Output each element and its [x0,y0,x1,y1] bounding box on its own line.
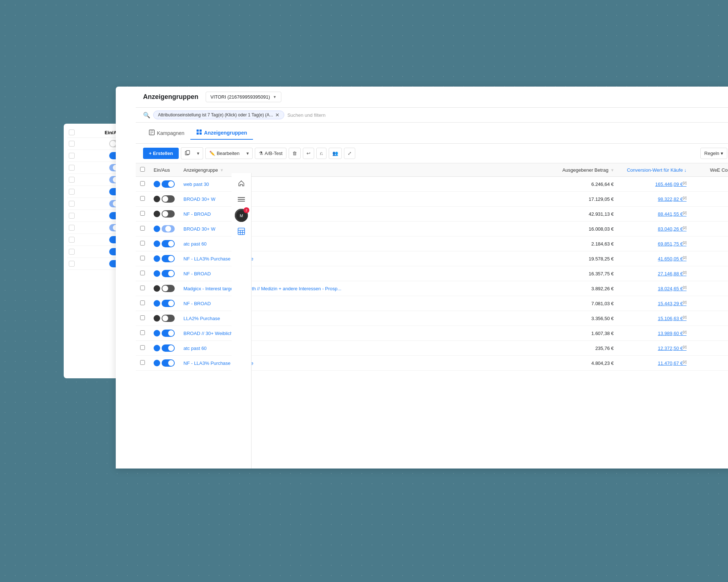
row-checkbox[interactable] [140,211,145,216]
menu-icon[interactable] [235,193,248,206]
ad-group-name-link[interactable]: BROAD 30+ W [183,226,215,232]
row-checkbox[interactable] [140,196,145,201]
left-row-5 [67,186,124,198]
conversion-cell[interactable]: 165.446,09 €[2] [618,177,691,192]
toggle-11[interactable] [154,344,175,352]
status-indicator [154,285,160,292]
select-all-checkbox[interactable] [140,167,145,172]
create-button[interactable]: + Erstellen [143,148,179,159]
table-icon[interactable] [235,225,248,238]
undo-button[interactable]: ↩ [303,148,314,159]
row-checkbox[interactable] [69,213,75,219]
row-checkbox[interactable] [140,286,145,290]
ad-group-name-link[interactable]: LLA2% Purchase [183,316,220,321]
status-indicator [154,270,160,277]
conversion-cell[interactable]: 27.146,88 €[2] [618,266,691,281]
toggle-2[interactable] [154,210,175,218]
toggle-8[interactable] [154,300,175,307]
row-checkbox[interactable] [69,189,75,195]
row-checkbox[interactable] [69,249,75,255]
row-checkbox[interactable] [140,300,145,305]
toggle-4[interactable] [154,240,175,247]
edit-button[interactable]: ✏️ Bearbeiten [205,148,243,159]
ad-group-name-link[interactable]: NF - BROAD [183,271,211,276]
row-checkbox[interactable] [69,165,75,171]
row-checkbox[interactable] [140,360,145,365]
svg-rect-2 [238,201,245,202]
row-checkbox[interactable] [140,241,145,246]
header-conversion[interactable]: Conversion-Wert für Käufe ↓ [618,163,691,177]
tab-ad-groups[interactable]: Anzeigengruppen [190,126,253,140]
row-checkbox[interactable] [140,330,145,335]
ad-group-name-link[interactable]: NF - BROAD [183,301,211,306]
toggle-9[interactable] [154,315,175,322]
tab-campaigns[interactable]: Kampagnen [143,127,190,139]
ad-group-name-link[interactable]: atc past 60 [183,241,207,247]
toggle-6[interactable] [154,270,175,277]
conversion-cell[interactable]: 18.024,65 €[2] [618,281,691,296]
conversion-cell[interactable]: 69.851,75 €[2] [618,236,691,251]
conversion-cell[interactable]: 13.989,60 €[2] [618,326,691,341]
search-placeholder: Suchen und filtern [287,112,325,118]
conversion-cell[interactable]: 12.372,50 €[2] [618,341,691,356]
restore-button[interactable]: ⎌ [316,148,327,159]
search-filter-pill[interactable]: Attributionseinstellung ist 7 Tag(e) (Kl… [153,111,284,119]
toggle-0[interactable] [154,180,175,188]
copy-button[interactable] [181,147,194,159]
ad-group-name-link[interactable]: NF - BROAD [183,211,211,217]
left-row-3 [67,162,124,174]
row-checkbox[interactable] [69,225,75,231]
svg-rect-1 [238,199,245,200]
row-checkbox[interactable] [140,345,145,350]
edit-dropdown-button[interactable]: ▾ [243,148,253,159]
conversion-cell[interactable]: 88.441,55 €[2] [618,207,691,222]
web-con-cell [691,356,728,371]
page-title: Anzeigengruppen [143,93,198,101]
row-checkbox[interactable] [69,201,75,207]
copy-dropdown-button[interactable]: ▾ [194,147,203,159]
row-checkbox[interactable] [69,141,75,147]
web-con-cell [691,296,728,311]
toggle-1[interactable] [154,195,175,203]
conversion-cell[interactable]: 41.650,05 €[2] [618,251,691,266]
table-row: NF - BROAD42.931,13 €88.441,55 €[2] [136,207,728,222]
row-checkbox[interactable] [69,177,75,183]
conversion-cell[interactable]: 98.322,82 €[2] [618,192,691,207]
header-checkbox[interactable] [69,129,75,135]
ad-group-name-link[interactable]: atc past 60 [183,346,207,351]
row-checkbox[interactable] [69,153,75,159]
toggle-7[interactable] [154,285,175,292]
people-button[interactable]: 👥 [329,148,342,159]
close-filter-icon[interactable]: ✕ [275,112,280,117]
share-button[interactable]: ⤢ [344,148,355,159]
betrag-filter-icon[interactable]: ▾ [611,167,614,173]
filter-icon[interactable]: ▾ [221,167,223,173]
delete-button[interactable]: 🗑 [289,148,301,159]
account-selector[interactable]: VITORI (216769959395091) ▼ [206,92,281,102]
conversion-cell[interactable]: 11.470,67 €[2] [618,356,691,371]
conversion-cell[interactable]: 83.040,26 €[2] [618,222,691,236]
table-row: web past 306.246,64 €165.446,09 €[2] [136,177,728,192]
ad-group-name-link[interactable]: web past 30 [183,182,209,187]
ad-group-name-link[interactable]: BROAD 30+ W [183,196,215,202]
row-checkbox[interactable] [69,261,75,267]
rules-button[interactable]: Regeln ▾ [700,148,727,159]
conversion-cell[interactable]: 15.106,63 €[2] [618,311,691,326]
ad-group-name-link[interactable]: Madgicx - Interest targeting Health // M… [183,286,341,291]
row-checkbox[interactable] [140,226,145,231]
toggle-10[interactable] [154,330,175,337]
row-checkbox[interactable] [140,181,145,186]
row-checkbox[interactable] [69,237,75,243]
row-checkbox[interactable] [140,315,145,320]
row-checkbox[interactable] [140,271,145,275]
toggle-5[interactable] [154,255,175,262]
conversion-cell[interactable]: 15.443,29 €[2] [618,296,691,311]
row-checkbox[interactable] [140,256,145,260]
toggle-12[interactable] [154,359,175,367]
ad-group-name-link[interactable]: BROAD // 30+ Weiblich [183,331,233,336]
toggle-3[interactable] [154,225,175,232]
home-icon[interactable] [235,177,248,190]
ab-test-button[interactable]: ⚗ A/B-Test [255,148,286,159]
avatar-button[interactable]: M 2 [235,209,248,222]
svg-rect-5 [238,228,245,235]
